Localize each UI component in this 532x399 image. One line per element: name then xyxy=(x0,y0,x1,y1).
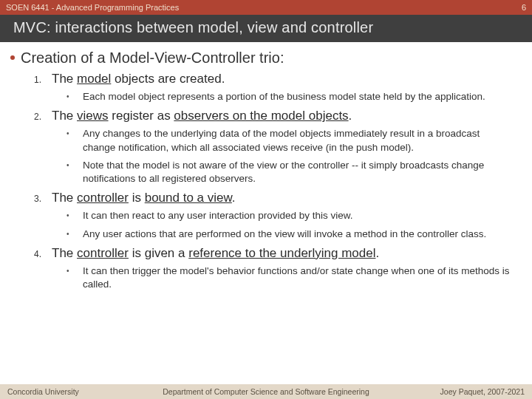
footer-center: Department of Computer Science and Softw… xyxy=(163,387,369,396)
step-item: 1.The model objects are created.•Each mo… xyxy=(34,71,514,103)
step-item: 2.The views register as observers on the… xyxy=(34,108,514,185)
sub-item: •It can then trigger the model's behavio… xyxy=(66,265,514,291)
step-text: The controller is bound to a view. xyxy=(52,190,236,206)
heading-text: Creation of a Model-View-Controller trio… xyxy=(21,50,284,66)
sub-text: Each model object represents a portion o… xyxy=(83,90,485,103)
sub-item: •Any changes to the underlying data of t… xyxy=(66,127,514,154)
sub-bullet-icon: • xyxy=(66,209,83,222)
sub-text: Note that the model is not aware of the … xyxy=(83,159,514,185)
step-text: The model objects are created. xyxy=(52,71,225,87)
sub-item: •It can then react to any user interacti… xyxy=(66,209,514,222)
sub-bullet-icon: • xyxy=(66,228,83,241)
slide-title: MVC: interactions between model, view an… xyxy=(0,15,532,42)
sub-item: •Each model object represents a portion … xyxy=(66,90,514,103)
sub-list: •Each model object represents a portion … xyxy=(34,90,514,103)
main-heading: Creation of a Model-View-Controller trio… xyxy=(12,50,514,66)
step-number: 3. xyxy=(34,194,52,204)
sub-text: Any changes to the underlying data of th… xyxy=(83,127,514,154)
bullet-icon xyxy=(10,55,15,60)
sub-list: •Any changes to the underlying data of t… xyxy=(34,127,514,185)
step-text: The views register as observers on the m… xyxy=(52,108,352,124)
slide-content: Creation of a Model-View-Controller trio… xyxy=(0,42,532,291)
sub-text: It can then trigger the model's behavior… xyxy=(83,265,514,291)
sub-list: •It can then react to any user interacti… xyxy=(34,209,514,240)
slide-number: 6 xyxy=(522,0,526,15)
step-number: 2. xyxy=(34,112,52,122)
step-number: 1. xyxy=(34,75,52,85)
sub-bullet-icon: • xyxy=(66,159,83,172)
steps-list: 1.The model objects are created.•Each mo… xyxy=(12,71,514,291)
course-code: SOEN 6441 - Advanced Programming Practic… xyxy=(6,0,179,15)
footer-left: Concordia University xyxy=(7,387,79,396)
sub-text: It can then react to any user interactio… xyxy=(83,209,352,222)
sub-item: •Note that the model is not aware of the… xyxy=(66,159,514,185)
top-bar: SOEN 6441 - Advanced Programming Practic… xyxy=(0,0,532,15)
sub-bullet-icon: • xyxy=(66,127,83,140)
sub-bullet-icon: • xyxy=(66,90,83,103)
step-item: 4.The controller is given a reference to… xyxy=(34,245,514,292)
step-text: The controller is given a reference to t… xyxy=(52,245,379,262)
sub-item: •Any user actions that are performed on … xyxy=(66,228,514,241)
footer: Concordia University Department of Compu… xyxy=(0,384,532,399)
sub-list: •It can then trigger the model's behavio… xyxy=(34,265,514,291)
sub-text: Any user actions that are performed on t… xyxy=(83,228,486,241)
footer-right: Joey Paquet, 2007-2021 xyxy=(440,387,525,396)
step-item: 3.The controller is bound to a view.•It … xyxy=(34,190,514,241)
step-number: 4. xyxy=(34,249,52,259)
sub-bullet-icon: • xyxy=(66,265,83,278)
